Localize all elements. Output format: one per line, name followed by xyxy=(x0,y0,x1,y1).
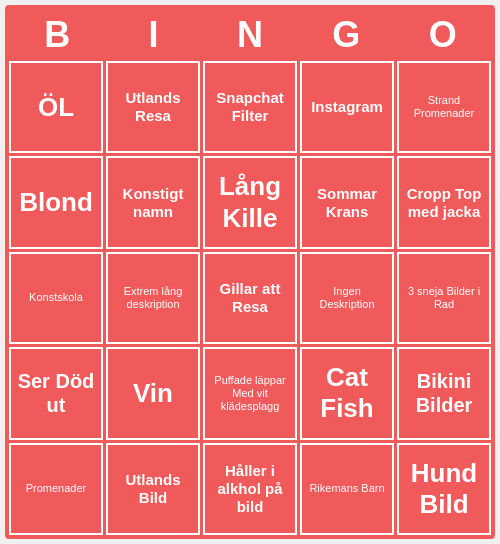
bingo-cell-21: Utlands Bild xyxy=(106,443,200,535)
bingo-cell-16: Vin xyxy=(106,347,200,439)
bingo-cell-14: 3 sneja Bilder i Rad xyxy=(397,252,491,344)
bingo-cell-24: Hund Bild xyxy=(397,443,491,535)
bingo-letter: G xyxy=(302,14,390,56)
bingo-cell-22: Håller i alkhol på bild xyxy=(203,443,297,535)
bingo-cell-6: Konstigt namn xyxy=(106,156,200,248)
bingo-cell-1: Utlands Resa xyxy=(106,61,200,153)
bingo-cell-15: Ser Död ut xyxy=(9,347,103,439)
bingo-cell-10: Konstskola xyxy=(9,252,103,344)
bingo-cell-20: Promenader xyxy=(9,443,103,535)
bingo-letter: B xyxy=(13,14,101,56)
bingo-cell-19: Bikini Bilder xyxy=(397,347,491,439)
bingo-cell-18: Cat Fish xyxy=(300,347,394,439)
bingo-header: BINGO xyxy=(9,9,491,61)
bingo-cell-0: ÖL xyxy=(9,61,103,153)
bingo-cell-9: Cropp Top med jacka xyxy=(397,156,491,248)
bingo-cell-8: Sommar Krans xyxy=(300,156,394,248)
bingo-letter: I xyxy=(110,14,198,56)
bingo-cell-4: Strand Promenader xyxy=(397,61,491,153)
bingo-grid: ÖLUtlands ResaSnapchat FilterInstagramSt… xyxy=(9,61,491,535)
bingo-cell-13: Ingen Deskription xyxy=(300,252,394,344)
bingo-cell-11: Extrem lång deskription xyxy=(106,252,200,344)
bingo-cell-17: Puffade läppar Med vit klädesplagg xyxy=(203,347,297,439)
bingo-cell-2: Snapchat Filter xyxy=(203,61,297,153)
bingo-cell-3: Instagram xyxy=(300,61,394,153)
bingo-cell-23: Rikemans Barn xyxy=(300,443,394,535)
bingo-cell-5: Blond xyxy=(9,156,103,248)
bingo-cell-7: Lång Kille xyxy=(203,156,297,248)
bingo-letter: O xyxy=(399,14,487,56)
bingo-cell-12: Gillar att Resa xyxy=(203,252,297,344)
bingo-card: BINGO ÖLUtlands ResaSnapchat FilterInsta… xyxy=(5,5,495,539)
bingo-letter: N xyxy=(206,14,294,56)
